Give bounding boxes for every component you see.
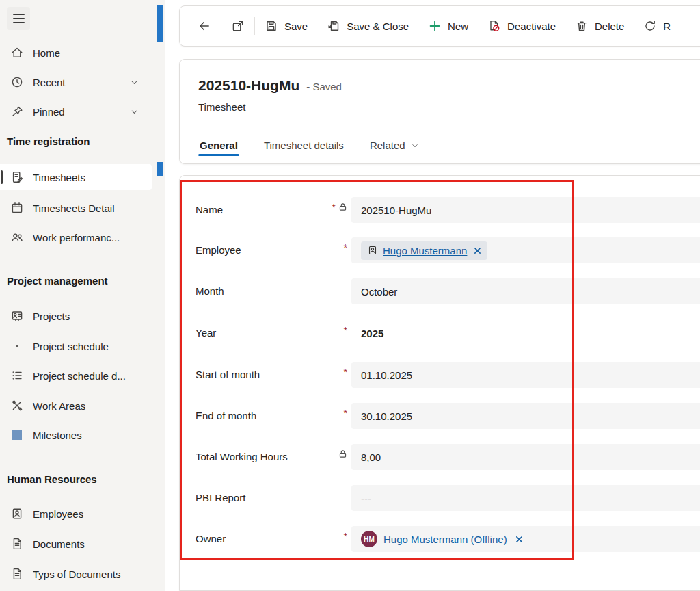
deactivate-icon <box>487 19 501 33</box>
form-row-start-of-month: Start of month * 01.10.2025 <box>180 362 700 388</box>
required-marker: * <box>332 202 336 212</box>
save-icon <box>265 19 278 33</box>
sidebar-item-project-schedule-details[interactable]: Project schedule d... <box>0 363 165 389</box>
documents-icon <box>10 567 24 581</box>
list-icon <box>10 369 24 382</box>
tab-label: Timesheet details <box>264 140 344 151</box>
save-and-close-label: Save & Close <box>347 21 409 32</box>
refresh-button[interactable]: R <box>634 12 680 40</box>
field-value: 01.10.2025 <box>361 369 412 381</box>
trash-icon <box>575 19 589 33</box>
name-field[interactable]: 202510-HugMu <box>351 197 700 223</box>
form-row-end-of-month: End of month * 30.10.2025 <box>180 403 700 429</box>
remove-icon[interactable] <box>474 247 481 254</box>
home-icon <box>10 46 24 60</box>
sidebar-item-projects[interactable]: Projects <box>0 303 165 329</box>
refresh-button-label: R <box>663 21 671 32</box>
form-row-total-working-hours: Total Working Hours 8,00 <box>180 444 700 470</box>
owner-field[interactable]: HM Hugo Mustermann (Offline) <box>351 526 700 552</box>
end-of-month-field[interactable]: 30.10.2025 <box>351 403 700 429</box>
field-label-end-of-month: End of month <box>196 410 256 421</box>
hamburger-menu-button[interactable] <box>7 7 30 30</box>
document-icon <box>10 537 24 551</box>
tab-related[interactable]: Related <box>368 140 421 163</box>
field-label-employee: Employee <box>196 244 241 256</box>
sidebar-item-label: Projects <box>33 311 70 322</box>
required-marker: * <box>344 243 347 252</box>
delete-button[interactable]: Delete <box>565 12 634 40</box>
sidebar-item-pinned[interactable]: Pinned <box>0 98 165 124</box>
deactivate-button-label: Deactivate <box>507 21 556 32</box>
form-row-owner: Owner * HM Hugo Mustermann (Offline) <box>180 526 700 552</box>
owner-avatar: HM <box>361 531 377 547</box>
sidebar-item-label: Home <box>33 47 60 59</box>
tab-timesheet-details[interactable]: Timesheet details <box>262 140 345 163</box>
deactivate-button[interactable]: Deactivate <box>478 12 565 40</box>
new-button[interactable]: New <box>418 12 478 40</box>
sidebar-item-label: Work performanc... <box>33 232 120 244</box>
sidebar-item-label: Project schedule <box>33 341 109 352</box>
calendar-icon <box>10 201 24 215</box>
delete-button-label: Delete <box>595 21 624 32</box>
field-value: 8,00 <box>361 451 381 463</box>
total-working-hours-field[interactable]: 8,00 <box>351 444 700 470</box>
sidebar-item-recent[interactable]: Recent <box>0 69 165 95</box>
field-label-year: Year <box>196 327 216 339</box>
sidebar-item-project-schedule[interactable]: Project schedule <box>0 333 165 359</box>
general-form: Name * 202510-HugMu Employee * Hugo Must… <box>179 175 700 591</box>
scrollbar-thumb[interactable] <box>157 5 163 42</box>
field-label-start-of-month: Start of month <box>196 369 260 380</box>
record-header: 202510-HugMu - Saved Timesheet General T… <box>179 59 700 164</box>
pbi-report-field[interactable]: --- <box>351 485 700 511</box>
save-button[interactable]: Save <box>255 12 317 40</box>
year-field[interactable]: 2025 <box>351 320 700 346</box>
employee-lookup-chip[interactable]: Hugo Mustermann <box>361 241 487 260</box>
owner-link[interactable]: Hugo Mustermann (Offline) <box>383 534 507 545</box>
sidebar-item-work-performance[interactable]: Work performanc... <box>0 224 165 250</box>
sidebar: Home Recent Pinned Time registration Tim… <box>0 0 165 591</box>
dot-icon <box>10 339 24 353</box>
month-field[interactable]: October <box>351 278 700 304</box>
sidebar-item-label: Employees <box>33 508 83 520</box>
refresh-icon <box>643 19 657 33</box>
employee-link[interactable]: Hugo Mustermann <box>383 245 467 257</box>
entity-type-label: Timesheet <box>198 101 245 113</box>
remove-icon[interactable] <box>515 536 523 543</box>
open-in-new-window-icon <box>231 19 245 33</box>
sidebar-item-employees[interactable]: Employees <box>0 501 165 527</box>
employee-field[interactable]: Hugo Mustermann <box>351 237 700 263</box>
save-and-close-button[interactable]: Save & Close <box>317 12 418 40</box>
sidebar-item-home[interactable]: Home <box>0 40 165 66</box>
chevron-down-icon[interactable] <box>129 107 139 117</box>
hamburger-icon <box>13 14 25 15</box>
milestone-icon <box>10 428 24 442</box>
form-row-pbi-report: PBI Report --- <box>180 485 700 511</box>
sidebar-item-label: Documents <box>33 538 85 550</box>
sidebar-item-label: Project schedule d... <box>33 370 126 382</box>
new-button-label: New <box>448 21 468 32</box>
lock-icon <box>338 202 347 211</box>
back-button[interactable] <box>188 12 221 40</box>
pin-icon <box>10 105 24 118</box>
clock-icon <box>10 75 24 89</box>
sidebar-item-types-of-documents[interactable]: Typs of Documents <box>0 561 165 587</box>
scrollbar-thumb[interactable] <box>157 162 163 176</box>
field-label-total-working-hours: Total Working Hours <box>196 451 288 462</box>
start-of-month-field[interactable]: 01.10.2025 <box>351 362 700 388</box>
sidebar-item-timesheets-detail[interactable]: Timesheets Detail <box>0 195 165 221</box>
chevron-down-icon[interactable] <box>129 77 139 88</box>
tab-general[interactable]: General <box>198 140 239 163</box>
lock-icon <box>338 449 347 458</box>
sidebar-item-timesheets[interactable]: Timesheets <box>0 164 152 190</box>
employee-badge-icon <box>10 507 24 521</box>
sidebar-item-documents[interactable]: Documents <box>0 531 165 557</box>
section-header-time-registration: Time registration <box>7 135 90 147</box>
required-marker: * <box>344 408 347 418</box>
required-marker: * <box>344 531 347 541</box>
form-row-name: Name * 202510-HugMu <box>180 197 700 223</box>
section-header-human-resources: Human Resources <box>7 473 97 485</box>
field-value: 202510-HugMu <box>361 205 431 216</box>
sidebar-item-milestones[interactable]: Milestones <box>0 422 165 448</box>
sidebar-item-work-areas[interactable]: Work Areas <box>0 393 165 419</box>
popout-button[interactable] <box>221 12 254 40</box>
